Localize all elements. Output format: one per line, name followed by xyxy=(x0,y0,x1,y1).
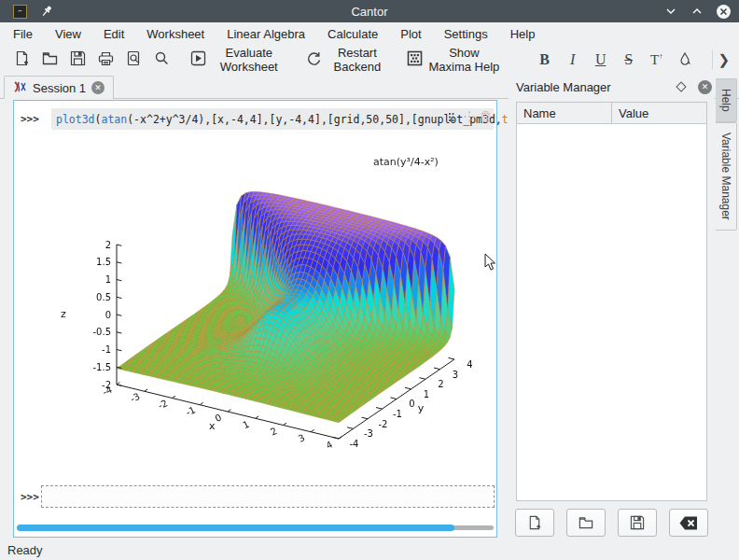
save-variables-button[interactable] xyxy=(618,509,657,537)
open-button[interactable] xyxy=(35,48,63,72)
empty-command-entry[interactable] xyxy=(41,485,495,508)
search-icon xyxy=(154,50,170,69)
code-token-args: (-x^2+y^3/4),[x,-4,4],[y,-4,4],[grid,50,… xyxy=(127,113,502,126)
text-size-button[interactable]: T↑ xyxy=(643,48,671,72)
variables-table[interactable]: Name Value xyxy=(516,102,707,501)
menu-linear-algebra[interactable]: Linear Algebra xyxy=(216,24,316,44)
print-preview-button[interactable] xyxy=(119,48,147,72)
minimize-button[interactable] xyxy=(662,3,679,20)
scrollbar-thumb[interactable] xyxy=(17,525,454,531)
evaluate-worksheet-button[interactable]: Evaluate Worksheet xyxy=(185,48,293,72)
clear-backspace-icon xyxy=(679,516,698,530)
entry-drag-handle-icon[interactable] xyxy=(448,111,458,125)
titlebar: ⌐ Cantor xyxy=(0,0,739,22)
restart-label: Restart Backend xyxy=(327,46,389,74)
entry-move-icon[interactable] xyxy=(464,111,475,125)
clear-variables-button[interactable] xyxy=(669,509,708,537)
text-color-button[interactable] xyxy=(671,48,699,72)
folder-icon xyxy=(42,50,58,69)
command-prompt-1: >>> xyxy=(21,113,39,125)
menu-view[interactable]: View xyxy=(44,24,92,44)
close-button[interactable] xyxy=(715,3,732,20)
new-worksheet-button[interactable] xyxy=(7,48,35,72)
print-preview-icon xyxy=(126,50,142,69)
dock-float-icon[interactable] xyxy=(676,81,686,91)
entry-remove-icon[interactable] xyxy=(481,110,491,125)
plot-title: atan(y³/4-x²) xyxy=(373,156,439,168)
show-maxima-help-button[interactable]: Show Maxima Help xyxy=(401,48,507,72)
menu-help[interactable]: Help xyxy=(499,24,547,44)
command-entry[interactable]: plot3d(atan(-x^2+y^3/4),[x,-4,4],[y,-4,4… xyxy=(51,108,494,130)
variable-manager-panel: Variable Manager ✕ Name Value xyxy=(509,77,714,538)
worksheet-view[interactable]: >>> plot3d(atan(-x^2+y^3/4),[x,-4,4],[y,… xyxy=(13,100,497,538)
find-button[interactable] xyxy=(147,48,175,72)
status-text: Ready xyxy=(7,543,43,557)
new-document-icon xyxy=(14,50,30,69)
evaluate-icon xyxy=(190,50,206,69)
maxima-session-icon xyxy=(13,80,27,96)
new-variable-button[interactable] xyxy=(515,509,554,537)
tab-close-icon[interactable]: ✕ xyxy=(91,81,105,94)
toolbar-separator xyxy=(712,50,713,69)
maxima-help-icon xyxy=(407,50,423,69)
dock-close-icon[interactable]: ✕ xyxy=(698,80,712,94)
strikeout-button[interactable]: S xyxy=(615,48,643,72)
command-prompt-2: >>> xyxy=(21,491,39,503)
load-variables-button[interactable] xyxy=(566,509,606,537)
plot3d-surface xyxy=(51,138,499,478)
side-tab-help[interactable]: Help xyxy=(716,78,737,122)
menu-worksheet[interactable]: Worksheet xyxy=(135,24,216,44)
restart-backend-button[interactable]: Restart Backend xyxy=(300,48,395,72)
menu-file[interactable]: File xyxy=(2,24,44,44)
menu-edit[interactable]: Edit xyxy=(92,24,135,44)
folder-icon xyxy=(579,515,593,530)
underline-button[interactable]: U xyxy=(587,48,615,72)
mouse-cursor xyxy=(484,253,497,272)
print-button[interactable] xyxy=(91,48,119,72)
printer-icon xyxy=(98,50,114,69)
italic-button[interactable]: I xyxy=(559,48,587,72)
menu-settings[interactable]: Settings xyxy=(433,24,499,44)
menubar: File View Edit Worksheet Linear Algebra … xyxy=(0,22,739,45)
horizontal-scrollbar[interactable] xyxy=(17,525,494,531)
column-header-value[interactable]: Value xyxy=(611,103,706,123)
code-token-atan: atan xyxy=(101,113,127,126)
cantor-window: ⌐ Cantor File Vie xyxy=(0,0,739,560)
bold-button[interactable]: B xyxy=(531,48,559,72)
new-document-icon xyxy=(527,515,542,530)
save-icon xyxy=(70,50,86,69)
main-toolbar: Evaluate Worksheet Restart Backend Show … xyxy=(0,45,739,75)
evaluate-label: Evaluate Worksheet xyxy=(211,46,287,74)
menu-plot[interactable]: Plot xyxy=(389,24,432,44)
maximize-button[interactable] xyxy=(689,3,705,20)
maxima-help-label: Show Maxima Help xyxy=(427,46,501,74)
save-button[interactable] xyxy=(63,48,91,72)
menu-calculate[interactable]: Calculate xyxy=(316,24,389,44)
column-header-name[interactable]: Name xyxy=(517,103,611,123)
toolbar-overflow-chevron[interactable]: ❯ xyxy=(718,51,730,68)
dock-title: Variable Manager xyxy=(516,80,611,94)
tab-label: Session 1 xyxy=(33,81,86,95)
restart-icon xyxy=(306,50,322,69)
statusbar: Ready xyxy=(0,539,739,560)
text-size-icon: T↑ xyxy=(650,52,662,68)
side-tabstrip: Help Variable Manager xyxy=(716,78,739,231)
code-token-plot3d: plot3d xyxy=(56,113,95,126)
color-drop-icon xyxy=(677,51,692,69)
code-token-paren: ( xyxy=(95,113,102,126)
side-tab-variable-manager[interactable]: Variable Manager xyxy=(716,122,737,231)
tab-session-1[interactable]: Session 1 ✕ xyxy=(4,76,114,99)
save-icon xyxy=(630,515,645,530)
window-title: Cantor xyxy=(0,5,739,19)
